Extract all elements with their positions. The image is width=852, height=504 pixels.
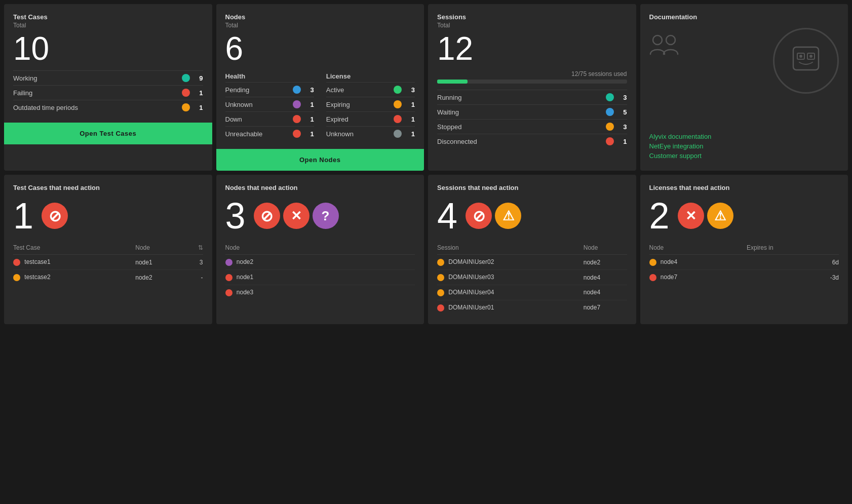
- sessions-title: Sessions: [437, 13, 627, 21]
- action-testcases-icons: ⊘: [42, 203, 68, 229]
- nodes-license-col: License Active 3 Expiring 1 Expired 1: [326, 70, 415, 141]
- testcases-working-row: Working 9: [13, 70, 203, 85]
- nodes-health-title: Health: [225, 72, 314, 80]
- nodes-expired-row: Expired 1: [326, 111, 415, 126]
- nodes-unknown-license-value: 1: [405, 130, 415, 138]
- sessions-progress-bar-fill: [437, 80, 468, 84]
- action-testcases-table: Test Case Node ⇅ testcase1 node1: [13, 242, 203, 285]
- sort-icon: ⇅: [198, 244, 203, 251]
- testcases-failing-label: Failing: [13, 89, 182, 97]
- nodes-pending-value: 3: [304, 86, 314, 94]
- nodes-unreachable-value: 1: [304, 130, 314, 138]
- sessions-running-row: Running 3: [437, 90, 627, 104]
- as-row1-node: node2: [584, 255, 627, 270]
- tc-row1-node: node1: [135, 255, 190, 270]
- down-icon: [293, 115, 301, 123]
- table-row: node7 -3d: [649, 270, 839, 285]
- th-sort[interactable]: ⇅: [191, 242, 203, 255]
- sessions-running-label: Running: [437, 94, 606, 101]
- as-row2-node: node4: [584, 270, 627, 285]
- docs-link-neteye[interactable]: NetEye integration: [649, 142, 839, 150]
- open-nodes-button[interactable]: Open Nodes: [216, 149, 424, 171]
- testcases-card: Test Cases Total 10 Working 9 Failing 1 …: [4, 4, 212, 171]
- warning-icon: ⚠: [707, 203, 733, 229]
- sessions-disconnected-label: Disconnected: [437, 138, 606, 145]
- nodes-unknown-license-row: Unknown 1: [326, 126, 415, 141]
- stopped-icon: [606, 123, 614, 131]
- action-sessions-header: 4 ⊘ ⚠: [437, 198, 627, 234]
- action-testcases-card: Test Cases that need action 1 ⊘ Test Cas…: [4, 175, 212, 324]
- an-row2-node: node1: [225, 270, 415, 285]
- al-row2-node: node7: [649, 270, 747, 285]
- th-session: Session: [437, 242, 584, 255]
- nodes-unknown-license-label: Unknown: [326, 130, 394, 138]
- nodes-total: 6: [225, 31, 415, 66]
- tc-row2-value: -: [191, 270, 203, 285]
- testcases-working-label: Working: [13, 74, 182, 82]
- table-row: DOMAIN\User03 node4: [437, 270, 627, 285]
- as-row4-session: DOMAIN\User01: [437, 300, 584, 315]
- action-licenses-icons: ✕ ⚠: [678, 203, 733, 229]
- docs-link-alyvix[interactable]: Alyvix documentation: [649, 133, 839, 140]
- nodes-down-label: Down: [225, 115, 293, 123]
- sessions-card: Sessions Total 12 12/75 sessions used Ru…: [428, 4, 636, 171]
- sessions-waiting-label: Waiting: [437, 108, 606, 116]
- nodes-stats-section: Health Pending 3 Unknown 1 Down 1: [225, 70, 415, 141]
- testcases-title: Test Cases: [13, 13, 203, 21]
- al-row1-node: node4: [649, 255, 747, 270]
- slash-icon: ⊘: [42, 203, 68, 229]
- x-icon: ✕: [283, 203, 309, 229]
- action-sessions-icons: ⊘ ⚠: [466, 203, 521, 229]
- action-sessions-title: Sessions that need action: [437, 184, 627, 191]
- table-row: node1: [225, 270, 415, 285]
- nodes-active-row: Active 3: [326, 82, 415, 97]
- al-row2-expires: -3d: [747, 270, 839, 285]
- table-row: DOMAIN\User04 node4: [437, 285, 627, 300]
- expiring-icon: [394, 100, 402, 108]
- nodes-down-value: 1: [304, 115, 314, 123]
- action-sessions-table: Session Node DOMAIN\User02 node2: [437, 242, 627, 315]
- expired-icon: [394, 115, 402, 123]
- testcases-subtitle: Total: [13, 22, 203, 29]
- docs-link-support[interactable]: Customer support: [649, 152, 839, 160]
- tc-row1-value: 3: [191, 255, 203, 270]
- docs-card: Documentation: [640, 4, 848, 171]
- sessions-waiting-row: Waiting 5: [437, 104, 627, 119]
- as-row2-session: DOMAIN\User03: [437, 270, 584, 285]
- sessions-stopped-value: 3: [617, 123, 627, 131]
- action-licenses-header: 2 ✕ ⚠: [649, 198, 839, 234]
- th-node-sessions: Node: [584, 242, 627, 255]
- nodes-health-col: Health Pending 3 Unknown 1 Down 1: [225, 70, 314, 141]
- svg-point-1: [666, 35, 675, 45]
- action-testcases-count: 1: [13, 198, 33, 234]
- nodes-unknown-health-row: Unknown 1: [225, 97, 314, 111]
- th-node-licenses: Node: [649, 242, 747, 255]
- pending-icon: [293, 86, 301, 94]
- svg-point-0: [653, 35, 662, 45]
- nodes-active-label: Active: [326, 86, 394, 94]
- nodes-expired-value: 1: [405, 115, 415, 123]
- failing-icon: [182, 89, 190, 97]
- action-nodes-icons: ⊘ ✕ ?: [254, 203, 339, 229]
- working-label-text: Working: [13, 74, 37, 82]
- action-testcases-header: 1 ⊘: [13, 198, 203, 234]
- svg-point-5: [799, 55, 802, 58]
- as-row1-session: DOMAIN\User02: [437, 255, 584, 270]
- sessions-total: 12: [437, 31, 627, 66]
- th-node: Node: [135, 242, 190, 255]
- waiting-icon: [606, 108, 614, 116]
- nodes-down-row: Down 1: [225, 111, 314, 126]
- x-icon: ✕: [678, 203, 704, 229]
- th-testcase: Test Case: [13, 242, 135, 255]
- table-row: DOMAIN\User02 node2: [437, 255, 627, 270]
- sessions-progress-bar-bg: [437, 80, 627, 84]
- action-nodes-card: Nodes that need action 3 ⊘ ✕ ? Node: [216, 175, 424, 324]
- nodes-unreachable-label: Unreachable: [225, 130, 293, 138]
- open-testcases-button[interactable]: Open Test Cases: [4, 123, 212, 144]
- action-sessions-card: Sessions that need action 4 ⊘ ⚠ Session …: [428, 175, 636, 324]
- nodes-unreachable-row: Unreachable 1: [225, 126, 314, 141]
- testcases-total: 10: [13, 31, 203, 66]
- docs-links: Alyvix documentation NetEye integration …: [649, 129, 839, 162]
- warning-icon: ⚠: [495, 203, 521, 229]
- question-icon: ?: [313, 203, 339, 229]
